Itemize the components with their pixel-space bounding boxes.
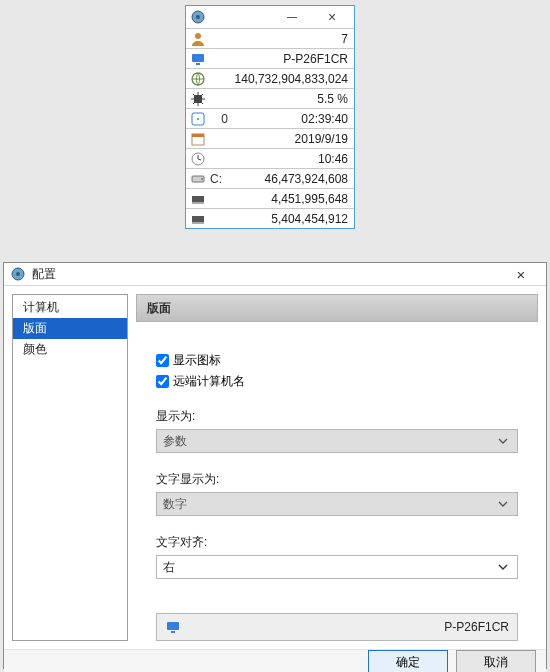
checkbox-show-icons[interactable]: 显示图标 xyxy=(156,352,518,369)
row-uptime: 0 02:39:40 xyxy=(186,108,354,128)
svg-point-8 xyxy=(197,118,199,120)
app-icon xyxy=(190,9,206,25)
cpu-icon xyxy=(190,91,206,107)
row-value: 4,451,995,648 xyxy=(210,192,348,206)
row-time: 10:46 xyxy=(186,148,354,168)
row-label: C: xyxy=(210,172,222,186)
row-value: 46,473,924,608 xyxy=(222,172,348,186)
checkbox-remote-name[interactable]: 远端计算机名 xyxy=(156,373,518,390)
minimize-button[interactable] xyxy=(272,6,312,28)
row-memory1: 4,451,995,648 xyxy=(186,188,354,208)
drive-icon xyxy=(190,171,206,187)
display-as-label: 显示为: xyxy=(156,408,518,425)
text-align-select[interactable]: 右 xyxy=(156,555,518,579)
close-button[interactable]: × xyxy=(312,6,352,28)
row-label: 0 xyxy=(210,112,236,126)
timer-icon xyxy=(190,111,206,127)
svg-point-1 xyxy=(196,15,200,19)
checkbox-show-icons-input[interactable] xyxy=(156,354,169,367)
row-disk-bytes: 140,732,904,833,024 xyxy=(186,68,354,88)
dialog-title: 配置 xyxy=(32,266,500,283)
row-value: P-P26F1CR xyxy=(210,52,348,66)
panel-header: 版面 xyxy=(136,294,538,322)
status-widget: × 7 P-P26F1CR 140,732,904,833,024 5.5 % … xyxy=(185,5,355,229)
row-value: 02:39:40 xyxy=(236,112,348,126)
svg-point-2 xyxy=(195,33,201,39)
dialog-footer: 确定 取消 xyxy=(4,649,546,672)
chip-icon xyxy=(190,191,206,207)
text-display-select[interactable]: 数字 xyxy=(156,492,518,516)
dialog-close-button[interactable]: × xyxy=(500,263,542,285)
dialog-titlebar[interactable]: 配置 × xyxy=(4,263,546,286)
row-value: 5,404,454,912 xyxy=(210,212,348,226)
row-value: 7 xyxy=(210,32,348,46)
calendar-icon xyxy=(190,131,206,147)
row-cpu: 5.5 % xyxy=(186,88,354,108)
tree-item-layout[interactable]: 版面 xyxy=(13,318,127,339)
row-memory2: 5,404,454,912 xyxy=(186,208,354,228)
checkbox-remote-name-input[interactable] xyxy=(156,375,169,388)
form-area: 显示图标 远端计算机名 显示为: 参数 文字显示为: 数字 xyxy=(136,352,538,641)
row-value: 2019/9/19 xyxy=(210,132,348,146)
person-icon xyxy=(190,31,206,47)
monitor-icon xyxy=(165,619,181,635)
svg-rect-6 xyxy=(194,95,202,103)
category-tree[interactable]: 计算机 版面 颜色 xyxy=(12,294,128,641)
row-value: 140,732,904,833,024 xyxy=(210,72,348,86)
dialog-body: 计算机 版面 颜色 版面 显示图标 远端计算机名 显示为: 参数 xyxy=(4,286,546,649)
svg-rect-20 xyxy=(167,622,179,630)
svg-rect-3 xyxy=(192,54,204,62)
layout-panel: 版面 显示图标 远端计算机名 显示为: 参数 文字显示为: xyxy=(136,294,538,641)
preview-value: P-P26F1CR xyxy=(187,620,509,634)
monitor-icon xyxy=(190,51,206,67)
row-value: 5.5 % xyxy=(210,92,348,106)
widget-titlebar[interactable]: × xyxy=(186,6,354,28)
chevron-down-icon xyxy=(495,559,511,575)
ok-button[interactable]: 确定 xyxy=(368,650,448,672)
preview-row: P-P26F1CR xyxy=(156,613,518,641)
row-drive-c: C: 46,473,924,608 xyxy=(186,168,354,188)
network-icon xyxy=(190,71,206,87)
svg-rect-4 xyxy=(196,63,200,65)
svg-point-19 xyxy=(16,272,20,276)
row-date: 2019/9/19 xyxy=(186,128,354,148)
svg-rect-21 xyxy=(171,631,175,633)
row-sessions: 7 xyxy=(186,28,354,48)
tree-item-color[interactable]: 颜色 xyxy=(13,339,127,360)
config-dialog: 配置 × 计算机 版面 颜色 版面 显示图标 远端计算机名 显示为: xyxy=(3,262,547,669)
svg-rect-17 xyxy=(192,216,204,222)
checkbox-label: 显示图标 xyxy=(173,352,221,369)
clock-icon xyxy=(190,151,206,167)
svg-rect-16 xyxy=(192,196,204,202)
text-align-label: 文字对齐: xyxy=(156,534,518,551)
text-display-label: 文字显示为: xyxy=(156,471,518,488)
cancel-button[interactable]: 取消 xyxy=(456,650,536,672)
select-value: 数字 xyxy=(163,496,187,513)
app-icon xyxy=(10,266,26,282)
row-hostname: P-P26F1CR xyxy=(186,48,354,68)
chip-icon xyxy=(190,211,206,227)
select-value: 右 xyxy=(163,559,175,576)
checkbox-label: 远端计算机名 xyxy=(173,373,245,390)
svg-point-15 xyxy=(201,178,203,180)
chevron-down-icon xyxy=(495,433,511,449)
chevron-down-icon xyxy=(495,496,511,512)
row-value: 10:46 xyxy=(210,152,348,166)
tree-item-computer[interactable]: 计算机 xyxy=(13,297,127,318)
display-as-select[interactable]: 参数 xyxy=(156,429,518,453)
widget-window-controls: × xyxy=(272,6,352,28)
svg-rect-10 xyxy=(192,134,204,137)
select-value: 参数 xyxy=(163,433,187,450)
